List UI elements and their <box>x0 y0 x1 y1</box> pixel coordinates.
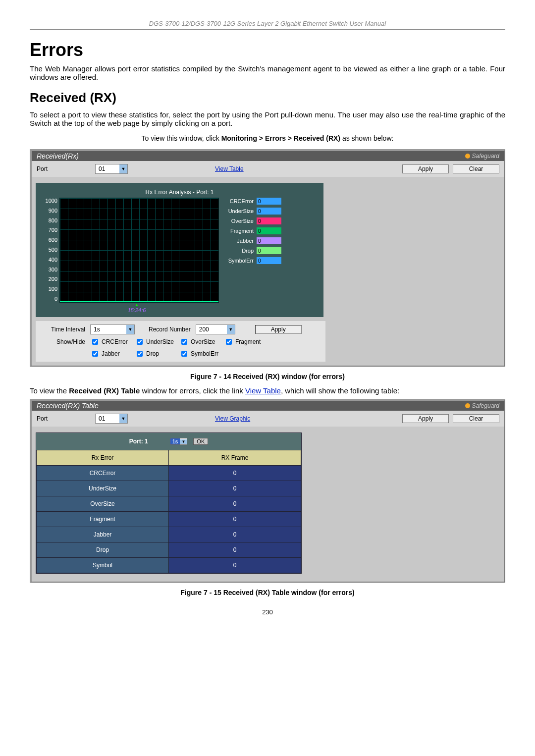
col-rx-frame: RX Frame <box>169 450 301 466</box>
legend-row: OverSize0 <box>226 217 281 224</box>
showhide-checkbox[interactable]: UnderSize <box>135 337 179 346</box>
figure-caption-1: Figure 7 - 14 Received (RX) window (for … <box>30 373 505 380</box>
cell-value: 0 <box>169 466 301 481</box>
clear-button[interactable]: Clear <box>453 164 499 173</box>
table-interval-select[interactable]: 1s ▼ <box>170 438 188 445</box>
table-row: UnderSize0 <box>37 481 301 496</box>
panel-title: Received(RX) Table <box>37 402 99 410</box>
record-number-select[interactable]: 200 ▼ <box>196 324 235 334</box>
view-graphic-link[interactable]: View Graphic <box>215 415 250 422</box>
legend-name: Drop <box>226 248 254 254</box>
legend-row: Fragment0 <box>226 227 281 234</box>
y-tick: 500 <box>40 247 57 253</box>
table-port-label: Port: 1 <box>129 438 148 445</box>
time-interval-label: Time Interval <box>41 326 85 333</box>
legend-name: SymbolErr <box>226 258 254 264</box>
cell-name: Drop <box>37 542 169 558</box>
legend-name: Jabber <box>226 238 254 244</box>
showhide-checkbox[interactable]: SymbolErr <box>179 349 224 358</box>
table-row: Symbol0 <box>37 558 301 573</box>
options-apply-button[interactable]: Apply <box>255 325 302 334</box>
chart-y-axis: 10009008007006005004003002001000 <box>40 198 59 302</box>
legend-row: Drop0 <box>226 247 281 254</box>
ok-button[interactable]: OK <box>193 438 208 445</box>
figure-caption-2: Figure 7 - 15 Received (RX) Table window… <box>30 589 505 596</box>
nav-path: To view this window, click Monitoring > … <box>30 134 505 142</box>
chevron-down-icon: ▼ <box>180 439 187 444</box>
chart-title: Rx Error Analysis - Port: 1 <box>40 187 320 198</box>
legend-name: OverSize <box>226 218 254 224</box>
legend-name: Fragment <box>226 228 254 234</box>
doc-header: DGS-3700-12/DGS-3700-12G Series Layer 2 … <box>30 20 505 30</box>
table-row: OverSize0 <box>37 496 301 512</box>
received-rx-table-panel: Received(RX) Table Safeguard Port 01 ▼ V… <box>30 399 505 583</box>
cell-value: 0 <box>169 496 301 512</box>
showhide-checkbox[interactable]: CRCError <box>90 337 135 346</box>
view-table-link[interactable]: View Table <box>215 165 244 172</box>
panel-title-bar: Received(RX) Table Safeguard <box>32 401 504 411</box>
port-select[interactable]: 01 ▼ <box>95 414 128 424</box>
legend-row: SymbolErr0 <box>226 257 281 264</box>
chevron-down-icon: ▼ <box>119 414 127 423</box>
control-row: Port 01 ▼ View Graphic Apply Clear <box>32 411 504 427</box>
record-number-label: Record Number <box>149 326 191 333</box>
received-rx-panel: Received(Rx) Safeguard Port 01 ▼ View Ta… <box>30 149 505 367</box>
mid-text: To view the Received (RX) Table window f… <box>30 386 505 395</box>
cell-value: 0 <box>169 542 301 558</box>
intro-errors: The Web Manager allows port error statis… <box>30 64 505 81</box>
chart-grid <box>59 198 219 303</box>
chevron-down-icon: ▼ <box>119 164 127 173</box>
chevron-down-icon: ▼ <box>227 325 235 334</box>
col-rx-error: Rx Error <box>37 450 169 466</box>
y-tick: 300 <box>40 267 57 272</box>
cell-value: 0 <box>169 512 301 527</box>
apply-button[interactable]: Apply <box>402 414 449 423</box>
showhide-checkbox[interactable]: OverSize <box>179 337 224 346</box>
y-tick: 200 <box>40 276 57 282</box>
y-tick: 1000 <box>40 198 57 204</box>
clear-button[interactable]: Clear <box>453 414 499 423</box>
intro-received-rx: To select a port to view these statistic… <box>30 110 505 127</box>
legend-value: 0 <box>257 247 281 254</box>
legend-row: Jabber0 <box>226 237 281 244</box>
y-tick: 800 <box>40 217 57 223</box>
y-tick: 100 <box>40 286 57 292</box>
safeguard-badge: Safeguard <box>465 153 499 160</box>
legend-value: 0 <box>257 198 281 205</box>
table-row: Drop0 <box>37 542 301 558</box>
showhide-label: Show/Hide <box>41 338 85 345</box>
panel-title-bar: Received(Rx) Safeguard <box>32 151 504 161</box>
cell-value: 0 <box>169 481 301 496</box>
showhide-checkbox[interactable]: Fragment <box>224 337 268 346</box>
y-tick: 700 <box>40 227 57 233</box>
page-number: 230 <box>30 608 505 616</box>
chart-x-label: 15:24:6 <box>57 303 216 313</box>
chevron-down-icon: ▼ <box>126 325 134 334</box>
view-table-inline-link[interactable]: View Table <box>245 386 281 395</box>
rx-error-table-block: Port: 1 1s ▼ OK Rx Error RX Frame <box>36 432 302 574</box>
rx-error-chart: Rx Error Analysis - Port: 1 100090080070… <box>36 183 323 317</box>
cell-name: Symbol <box>37 558 169 573</box>
table-port-row: Port: 1 1s ▼ OK <box>36 433 301 450</box>
rx-error-table: Rx Error RX Frame CRCError0UnderSize0Ove… <box>36 450 301 573</box>
port-select[interactable]: 01 ▼ <box>95 164 128 174</box>
heading-received-rx: Received (RX) <box>30 90 505 106</box>
legend-name: UnderSize <box>226 208 254 214</box>
showhide-checkbox[interactable]: Drop <box>135 349 179 358</box>
cell-name: Fragment <box>37 512 169 527</box>
y-tick: 600 <box>40 237 57 243</box>
legend-value: 0 <box>257 208 281 215</box>
legend-row: CRCError0 <box>226 198 281 205</box>
apply-button[interactable]: Apply <box>402 164 449 173</box>
time-interval-select[interactable]: 1s ▼ <box>90 324 135 334</box>
safeguard-badge: Safeguard <box>465 402 499 409</box>
showhide-checkbox[interactable]: Jabber <box>90 349 135 358</box>
cell-name: CRCError <box>37 466 169 481</box>
control-row: Port 01 ▼ View Table Apply Clear <box>32 161 504 177</box>
y-tick: 0 <box>40 296 57 302</box>
legend-value: 0 <box>257 257 281 264</box>
port-label: Port <box>37 415 91 422</box>
safeguard-icon <box>465 154 470 159</box>
y-tick: 400 <box>40 257 57 263</box>
legend-name: CRCError <box>226 198 254 204</box>
